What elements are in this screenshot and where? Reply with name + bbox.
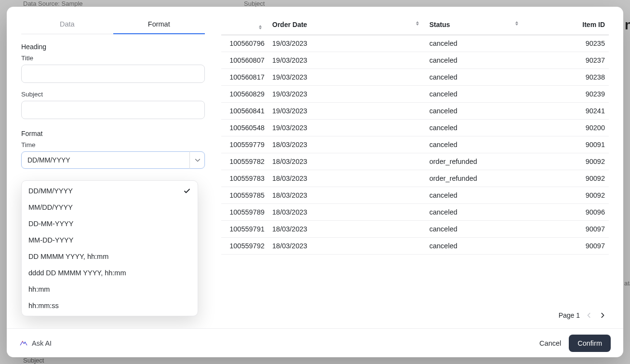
data-table: Order Date Status Item ID bbox=[221, 15, 609, 255]
table-row: 10056079619/03/2023canceled90235 bbox=[221, 35, 609, 52]
col-sort-0[interactable] bbox=[221, 15, 268, 35]
cell-item-id: 90237 bbox=[525, 52, 609, 69]
table-row: 10056081719/03/2023canceled90238 bbox=[221, 69, 609, 86]
cell-item-id: 90239 bbox=[525, 86, 609, 103]
cell-status: order_refunded bbox=[426, 170, 525, 187]
page-next-button[interactable] bbox=[598, 311, 607, 320]
time-format-select[interactable]: DD/MM/YYYY bbox=[21, 151, 205, 169]
title-label: Title bbox=[21, 54, 205, 62]
heading-section-label: Heading bbox=[21, 43, 205, 51]
dropdown-option[interactable]: hh:mm:ss bbox=[22, 297, 198, 314]
time-format-dropdown: DD/MM/YYYYMM/DD/YYYYDD-MM-YYYYMM-DD-YYYY… bbox=[21, 180, 198, 316]
dropdown-option[interactable]: dddd DD MMMM YYYY, hh:mm bbox=[22, 265, 198, 281]
cell-order-date: 19/03/2023 bbox=[268, 69, 426, 86]
dropdown-option-label: MM-DD-YYYY bbox=[28, 236, 73, 244]
cell-status: order_refunded bbox=[426, 153, 525, 170]
dropdown-option[interactable]: MM/DD/YYYY bbox=[22, 199, 198, 216]
col-header-order-date[interactable]: Order Date bbox=[268, 15, 426, 35]
bg-data-source: Data Source: Sample bbox=[23, 0, 83, 7]
cell-item-id: 90091 bbox=[525, 136, 609, 153]
cell-item-id: 90241 bbox=[525, 103, 609, 120]
cell-id: 100560829 bbox=[221, 86, 268, 103]
table-row: 10055979218/03/2023canceled90097 bbox=[221, 238, 609, 255]
table-row: 10055978918/03/2023canceled90096 bbox=[221, 204, 609, 221]
cell-id: 100559779 bbox=[221, 136, 268, 153]
cell-id: 100559792 bbox=[221, 238, 268, 255]
dropdown-option[interactable]: DD/MM/YYYY bbox=[22, 183, 198, 199]
title-input[interactable] bbox=[21, 65, 205, 83]
confirm-button[interactable]: Confirm bbox=[569, 335, 611, 352]
dropdown-option-label: DD-MM-YYYY bbox=[28, 220, 73, 228]
table-row: 10056082919/03/2023canceled90239 bbox=[221, 86, 609, 103]
cell-status: canceled bbox=[426, 86, 525, 103]
cell-order-date: 18/03/2023 bbox=[268, 221, 426, 238]
col-header-status[interactable]: Status bbox=[426, 15, 525, 35]
bg-subject-bottom: Subject bbox=[23, 357, 44, 364]
table-row: 10056084119/03/2023canceled90241 bbox=[221, 103, 609, 120]
chevron-down-icon[interactable] bbox=[189, 151, 205, 169]
cell-item-id: 90092 bbox=[525, 170, 609, 187]
bg-side-data: ata bbox=[624, 280, 630, 287]
col-header-item-id[interactable]: Item ID bbox=[525, 15, 609, 35]
cell-status: canceled bbox=[426, 103, 525, 120]
cell-status: canceled bbox=[426, 187, 525, 204]
cell-id: 100559785 bbox=[221, 187, 268, 204]
cell-order-date: 18/03/2023 bbox=[268, 153, 426, 170]
cell-id: 100559782 bbox=[221, 153, 268, 170]
modal: Data Format Heading Title Subject Format… bbox=[7, 7, 623, 357]
cell-status: canceled bbox=[426, 69, 525, 86]
cell-id: 100560817 bbox=[221, 69, 268, 86]
sort-icon bbox=[259, 25, 262, 29]
pagination: Page 1 bbox=[221, 304, 609, 320]
cell-order-date: 18/03/2023 bbox=[268, 238, 426, 255]
subject-input[interactable] bbox=[21, 101, 205, 119]
cell-order-date: 18/03/2023 bbox=[268, 136, 426, 153]
col-header-1-label: Order Date bbox=[272, 21, 307, 28]
table-row: 10055978318/03/2023order_refunded90092 bbox=[221, 170, 609, 187]
cell-item-id: 90092 bbox=[525, 187, 609, 204]
cell-status: canceled bbox=[426, 136, 525, 153]
dropdown-option[interactable]: DD MMMM YYYY, hh:mm bbox=[22, 248, 198, 265]
cell-item-id: 90097 bbox=[525, 238, 609, 255]
bg-subject-label: Subject bbox=[244, 0, 265, 7]
dropdown-option[interactable]: hh:mm bbox=[22, 281, 198, 297]
table-row: 10056080719/03/2023canceled90237 bbox=[221, 52, 609, 69]
cell-id: 100559783 bbox=[221, 170, 268, 187]
dropdown-option[interactable]: MM-DD-YYYY bbox=[22, 232, 198, 248]
cancel-button[interactable]: Cancel bbox=[532, 335, 569, 352]
cell-order-date: 18/03/2023 bbox=[268, 187, 426, 204]
bg-partial-heading: n bbox=[625, 17, 630, 33]
dropdown-option-label: DD/MM/YYYY bbox=[28, 187, 73, 195]
dropdown-option-label: dddd DD MMMM YYYY, hh:mm bbox=[28, 269, 126, 277]
modal-footer: Ask AI Cancel Confirm bbox=[7, 328, 623, 357]
cell-status: canceled bbox=[426, 221, 525, 238]
dropdown-option[interactable]: DD-MM-YYYY bbox=[22, 216, 198, 232]
ask-ai-button[interactable]: Ask AI bbox=[19, 339, 52, 348]
cell-order-date: 19/03/2023 bbox=[268, 35, 426, 52]
subject-label: Subject bbox=[21, 91, 205, 98]
time-label: Time bbox=[21, 141, 205, 148]
tab-format[interactable]: Format bbox=[113, 15, 205, 34]
cell-order-date: 18/03/2023 bbox=[268, 170, 426, 187]
table-row: 10055979118/03/2023canceled90097 bbox=[221, 221, 609, 238]
left-panel: Data Format Heading Title Subject Format… bbox=[7, 7, 213, 328]
cell-order-date: 19/03/2023 bbox=[268, 120, 426, 136]
tabs: Data Format bbox=[21, 15, 205, 34]
check-icon bbox=[183, 187, 191, 195]
cell-item-id: 90092 bbox=[525, 153, 609, 170]
cell-status: canceled bbox=[426, 52, 525, 69]
tab-data[interactable]: Data bbox=[21, 15, 113, 34]
table-row: 10056054819/03/2023canceled90200 bbox=[221, 120, 609, 136]
cell-id: 100559789 bbox=[221, 204, 268, 221]
page-prev-button[interactable] bbox=[585, 311, 593, 320]
sort-icon bbox=[515, 21, 518, 26]
table-row: 10055978518/03/2023canceled90092 bbox=[221, 187, 609, 204]
cell-status: canceled bbox=[426, 35, 525, 52]
cell-status: canceled bbox=[426, 238, 525, 255]
sparkle-icon bbox=[19, 339, 28, 348]
cell-id: 100559791 bbox=[221, 221, 268, 238]
dropdown-option-label: DD MMMM YYYY, hh:mm bbox=[28, 253, 108, 260]
cell-id: 100560841 bbox=[221, 103, 268, 120]
cell-status: canceled bbox=[426, 204, 525, 221]
dropdown-option-label: MM/DD/YYYY bbox=[28, 203, 73, 211]
